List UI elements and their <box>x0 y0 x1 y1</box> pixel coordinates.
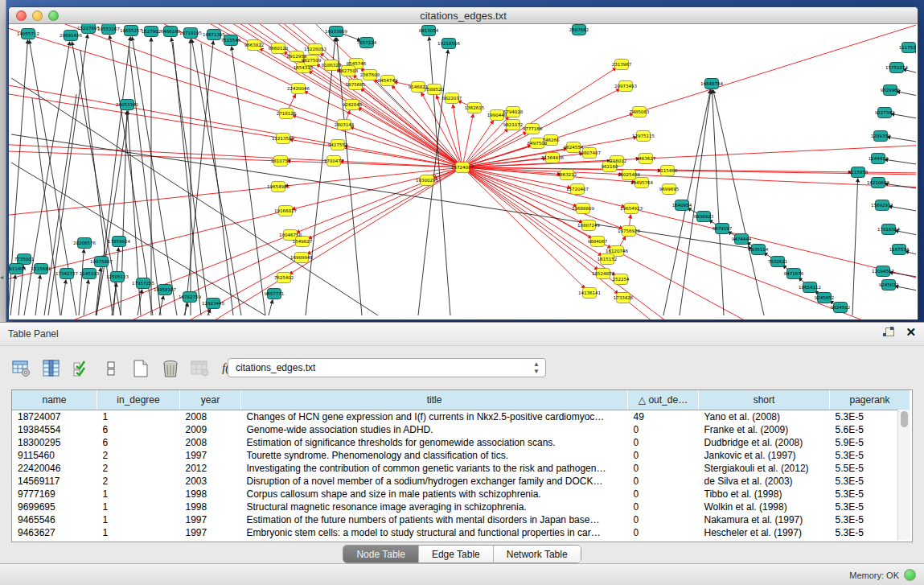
delete-table-icon[interactable] <box>160 358 181 379</box>
table-cell: Stergiakouli et al. (2012) <box>699 462 830 475</box>
network-node-label: 9884067 <box>588 239 608 244</box>
column-header-3[interactable]: title <box>241 390 628 410</box>
close-window-icon[interactable] <box>16 10 27 21</box>
tab-node-table[interactable]: Node Table <box>343 546 418 562</box>
table-selector-dropdown[interactable]: citations_edges.txt ▲▼ <box>228 358 546 377</box>
delete-columns-icon[interactable] <box>190 358 211 379</box>
network-node-label: 1810755 <box>271 159 291 163</box>
network-canvas[interactable]: 1872400714055712206914361522760510553267… <box>9 24 918 319</box>
status-bar: Memory: OK <box>0 563 924 585</box>
table-scrollbar[interactable] <box>897 410 910 540</box>
network-node-label: 8822037 <box>442 96 462 101</box>
network-node-label: 16210643 <box>867 180 889 185</box>
network-node-label: 1244413 <box>869 156 889 161</box>
table-row[interactable]: 969969511998Structural magnetic resonanc… <box>12 501 910 513</box>
table-cell: 1998 <box>180 501 241 513</box>
network-node-label: 2935114 <box>749 247 769 252</box>
column-header-4[interactable]: △ out_de… <box>628 390 699 410</box>
left-panel-edge[interactable]: ◂ <box>0 0 6 322</box>
column-header-5[interactable]: short <box>699 390 830 410</box>
column-header-6[interactable]: pagerank <box>830 390 910 410</box>
row-height-icon[interactable] <box>101 358 121 379</box>
network-node-label: 10719195 <box>179 31 202 35</box>
create-column-icon[interactable] <box>130 358 151 379</box>
table-row[interactable]: 946362711997Embryonic stem cells: a mode… <box>12 526 910 539</box>
network-window[interactable]: citations_edges.txt 18724007140557122069… <box>8 6 918 320</box>
table-cell: 0 <box>628 526 699 539</box>
table-cell: 14569117 <box>12 475 97 488</box>
network-node-label: 6466160 <box>161 29 181 34</box>
table-cell: 0 <box>628 462 699 475</box>
network-node-label: 19218506 <box>437 41 460 46</box>
network-node-label: 15720407 <box>566 187 589 192</box>
table-cell: Estimation of the future numbers of pati… <box>241 513 628 526</box>
table-settings-icon[interactable] <box>11 358 32 379</box>
table-cell: 1997 <box>180 526 241 539</box>
table-scrollbar-thumb[interactable] <box>901 411 908 427</box>
network-node-label: 8660128 <box>269 46 289 51</box>
network-node-label: 9463627 <box>636 156 656 161</box>
close-panel-icon[interactable]: ✕ <box>906 327 916 338</box>
network-view[interactable]: 1872400714055712206914361522760510553267… <box>9 24 916 319</box>
panel-collapse-arrow-icon[interactable]: ◂ <box>0 274 3 281</box>
window-titlebar[interactable]: citations_edges.txt <box>9 7 918 24</box>
table-row[interactable]: 977716911998Corpus callosum shape and si… <box>12 488 910 501</box>
network-node-label: 1640954 <box>672 203 692 208</box>
network-node-label: 16782759 <box>179 295 201 299</box>
table-row[interactable]: 1872400712008Changes of HCN gene express… <box>12 410 910 424</box>
table-cell: 0 <box>628 423 699 436</box>
table-cell: 19384554 <box>12 423 97 436</box>
network-node-label: 2718126 <box>277 111 297 116</box>
table-panel-header[interactable]: Table Panel ✕ <box>0 323 924 346</box>
network-node-label: 10975887 <box>90 259 113 264</box>
network-node-label: 9242848 <box>343 102 363 107</box>
table-row[interactable]: 911546021997Tourette syndrome. Phenomeno… <box>12 449 910 462</box>
table-row[interactable]: 1830029562008Estimation of significance … <box>12 436 910 449</box>
table-cell: 2012 <box>180 462 241 475</box>
network-node-label: 2313967 <box>612 62 632 67</box>
column-header-0[interactable]: name <box>12 390 97 410</box>
table-row[interactable]: 946554611997Estimation of the future num… <box>12 513 910 526</box>
attribute-table: namein_degreeyeartitle△ out_de…shortpage… <box>11 389 913 542</box>
zoom-window-icon[interactable] <box>48 10 59 21</box>
tab-network-table[interactable]: Network Table <box>493 546 581 562</box>
network-node-label: 17957255 <box>132 281 154 286</box>
network-node-label: 9329966 <box>881 88 901 93</box>
network-node-label: 962160 <box>602 164 618 169</box>
network-node-label: 10046758 <box>279 233 302 237</box>
table-cell: Embryonic stem cells: a model to study s… <box>241 526 628 539</box>
table-row[interactable]: 1938455462009Genome-wide association stu… <box>12 423 910 436</box>
table-cell: 1 <box>97 501 180 513</box>
select-all-icon[interactable] <box>71 358 92 379</box>
table-cell: 2008 <box>180 410 241 424</box>
network-node-label: 3624554 <box>564 145 584 150</box>
minimize-window-icon[interactable] <box>32 10 43 21</box>
table-cell: 9699695 <box>12 501 97 513</box>
network-node-label: 8454749 <box>378 78 398 83</box>
network-node-label: 12975115 <box>632 134 655 138</box>
network-node-label: 7857224 <box>357 40 377 45</box>
network-node-label: 1117539 <box>899 45 916 50</box>
network-node-label: 10553267 <box>97 27 120 31</box>
network-node-label: 15751074 <box>885 65 908 70</box>
tab-edge-table[interactable]: Edge Table <box>418 546 493 562</box>
network-node-label: 17016504 <box>877 227 900 232</box>
table-cell: 0 <box>628 475 699 488</box>
select-columns-icon[interactable] <box>41 358 62 379</box>
table-cell: Structural magnetic resonance image aver… <box>241 501 628 513</box>
table-cell: Dudbridge et al. (2008) <box>699 436 830 449</box>
network-node-label: 22420046 <box>287 86 310 91</box>
float-panel-icon[interactable] <box>883 327 894 338</box>
table-cell: 1998 <box>180 488 241 501</box>
table-cell: 6 <box>97 423 180 436</box>
table-row[interactable]: 1456911722003Disruption of a novel membe… <box>12 475 910 488</box>
network-node-label: 10756928 <box>618 229 640 233</box>
network-node-label: 18724007 <box>451 165 474 170</box>
column-header-1[interactable]: in_degree <box>97 390 180 410</box>
network-node-label: 10655257 <box>120 28 142 33</box>
table-cell: 9115460 <box>12 449 97 462</box>
network-node-label: 8813054 <box>419 28 439 33</box>
table-row[interactable]: 2242004622012Investigating the contribut… <box>12 462 910 475</box>
table-cell: 1 <box>97 488 180 501</box>
column-header-2[interactable]: year <box>180 390 241 410</box>
